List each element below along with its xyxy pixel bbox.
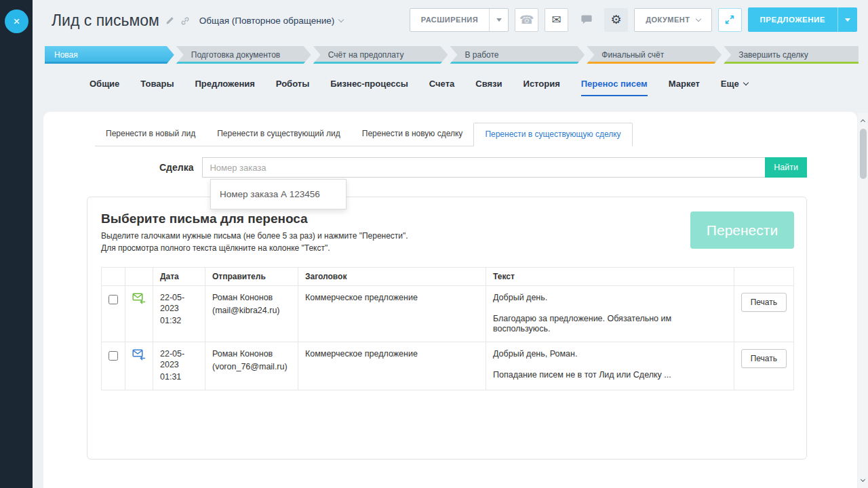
chevron-down-icon bbox=[861, 476, 865, 481]
offer-dropdown-button[interactable] bbox=[838, 7, 857, 32]
tab-more[interactable]: Еще bbox=[721, 79, 748, 96]
header-sender: Отправитель bbox=[205, 268, 298, 286]
subtab-new-lead[interactable]: Перенести в новый лид bbox=[95, 123, 206, 146]
mail-text-line2: Благодарю за предложение. Обязательно им… bbox=[493, 314, 727, 335]
header-direction-column bbox=[125, 268, 153, 286]
stage-label: Завершить сделку bbox=[738, 50, 808, 60]
mail-date: 22-05-2023 bbox=[160, 293, 198, 314]
expand-slider-button[interactable] bbox=[718, 8, 742, 32]
stage-final-invoice[interactable]: Финальный счёт bbox=[587, 46, 722, 64]
mail-table: Дата Отправитель Заголовок Текст bbox=[101, 267, 794, 390]
mail-time: 01:31 bbox=[160, 372, 198, 383]
caret-down-icon bbox=[496, 18, 502, 22]
extensions-dropdown-button[interactable] bbox=[490, 9, 508, 31]
offer-button[interactable]: ПРЕДЛОЖЕНИЕ bbox=[748, 7, 837, 32]
mail-transfer-card: Выберите письма для переноса Выделите га… bbox=[87, 197, 807, 460]
stage-accent bbox=[450, 62, 585, 64]
settings-button[interactable]: ⚙ bbox=[604, 8, 628, 32]
mail-row-direction-cell bbox=[125, 286, 153, 342]
scroll-down-button[interactable] bbox=[858, 475, 868, 485]
chevron-down-icon bbox=[743, 80, 748, 85]
send-email-button[interactable]: ✉ bbox=[545, 8, 568, 32]
gear-icon: ⚙ bbox=[611, 14, 622, 26]
stage-new[interactable]: Новая bbox=[45, 46, 174, 64]
sender-name: Роман Кононов bbox=[212, 349, 291, 360]
deal-suggest-item[interactable]: Номер заказа А 123456 bbox=[211, 180, 346, 209]
tab-common[interactable]: Общие bbox=[90, 79, 119, 96]
header-text: Текст bbox=[486, 268, 734, 286]
extensions-button[interactable]: РАСШИРЕНИЯ bbox=[410, 9, 489, 31]
mail-row-checkbox[interactable] bbox=[108, 351, 118, 361]
tab-offers[interactable]: Предложения bbox=[195, 79, 255, 96]
chevron-down-icon bbox=[695, 16, 701, 21]
sender-email: (mail@kibra24.ru) bbox=[212, 306, 291, 317]
deal-search-input[interactable] bbox=[202, 157, 765, 178]
scrollbar-thumb[interactable] bbox=[860, 129, 867, 179]
tab-mail-transfer[interactable]: Перенос писем bbox=[581, 79, 648, 96]
document-button-label: ДОКУМЕНТ bbox=[646, 16, 690, 24]
mail-row-print-cell: Печать bbox=[734, 286, 793, 342]
mail-row-subject-cell: Коммерческое предложение bbox=[298, 286, 486, 342]
vertical-scrollbar bbox=[858, 113, 868, 488]
tab-products[interactable]: Товары bbox=[140, 79, 174, 96]
crm-lead-page: × Лид с письмом Общая (Повторное обращен… bbox=[0, 0, 868, 488]
tab-robots[interactable]: Роботы bbox=[276, 79, 309, 96]
link-icon[interactable] bbox=[180, 16, 190, 26]
mail-time: 01:32 bbox=[160, 316, 198, 327]
outgoing-mail-icon bbox=[132, 293, 146, 304]
mail-row: 22-05-2023 01:31 Роман Кононов (voron_76… bbox=[102, 342, 794, 390]
pipeline-category-dropdown[interactable]: Общая (Повторное обращение) bbox=[199, 16, 343, 26]
scroll-up-button[interactable] bbox=[858, 115, 868, 125]
tab-market[interactable]: Маркет bbox=[669, 79, 700, 96]
mail-row-text-cell[interactable]: Добрый день. Благодарю за предложение. О… bbox=[486, 286, 734, 342]
tab-more-label: Еще bbox=[721, 79, 739, 89]
subtab-existing-deal[interactable]: Перенести в существующую сделку bbox=[473, 123, 632, 146]
envelope-icon: ✉ bbox=[552, 14, 561, 26]
header-date: Дата bbox=[153, 268, 205, 286]
mail-row: 22-05-2023 01:32 Роман Кононов (mail@kib… bbox=[102, 286, 794, 342]
expand-icon bbox=[724, 14, 735, 25]
stage-prepayment-invoice[interactable]: Счёт на предоплату bbox=[313, 46, 448, 64]
mail-row-print-cell: Печать bbox=[734, 342, 793, 390]
deal-search-row: Сделка Найти bbox=[159, 157, 807, 178]
find-button[interactable]: Найти bbox=[765, 157, 807, 178]
sidebar-close-button[interactable]: × bbox=[5, 9, 28, 33]
incoming-mail-icon bbox=[132, 349, 146, 361]
caret-down-icon bbox=[845, 18, 850, 22]
call-button[interactable]: ☎ bbox=[515, 8, 538, 32]
mail-row-checkbox-cell bbox=[102, 286, 125, 342]
stage-close-deal[interactable]: Завершить сделку bbox=[724, 46, 859, 64]
offer-split-button: ПРЕДЛОЖЕНИЕ bbox=[748, 7, 857, 32]
chat-button[interactable] bbox=[574, 8, 598, 32]
mail-row-checkbox[interactable] bbox=[108, 295, 118, 304]
stage-documents[interactable]: Подготовка документов bbox=[176, 46, 311, 64]
mail-row-sender-cell: Роман Кононов (mail@kibra24.ru) bbox=[205, 286, 298, 342]
mail-row-text-cell[interactable]: Добрый день, Роман. Попадание писем не в… bbox=[486, 342, 734, 390]
extensions-split-button: РАСШИРЕНИЯ bbox=[410, 8, 509, 32]
mail-table-header-row: Дата Отправитель Заголовок Текст bbox=[102, 268, 794, 286]
tab-business-processes[interactable]: Бизнес-процессы bbox=[330, 79, 408, 96]
tab-invoices[interactable]: Счета bbox=[429, 79, 454, 96]
tab-links[interactable]: Связи bbox=[475, 79, 502, 96]
mail-text-line1: Добрый день. bbox=[493, 293, 727, 304]
pipeline-category-label: Общая (Повторное обращение) bbox=[199, 16, 334, 26]
stage-in-progress[interactable]: В работе bbox=[450, 46, 585, 64]
edit-pencil-icon[interactable] bbox=[165, 16, 174, 25]
header: Лид с письмом Общая (Повторное обращение… bbox=[52, 12, 343, 30]
stage-accent bbox=[313, 62, 448, 64]
mail-row-sender-cell: Роман Кононов (voron_76@mail.ru) bbox=[205, 342, 298, 390]
document-button[interactable]: ДОКУМЕНТ bbox=[634, 8, 711, 32]
tab-history[interactable]: История bbox=[524, 79, 560, 96]
print-button[interactable]: Печать bbox=[741, 349, 787, 368]
transfer-button[interactable]: Перенести bbox=[690, 211, 794, 249]
mail-text-line2: Попадание писем не в тот Лид или Сделку … bbox=[493, 370, 727, 381]
subtab-existing-lead[interactable]: Перенести в существующий лид bbox=[206, 123, 351, 146]
close-icon: × bbox=[14, 15, 20, 28]
phone-icon: ☎ bbox=[519, 14, 534, 26]
stage-label: В работе bbox=[465, 50, 498, 60]
stage-accent bbox=[724, 62, 859, 64]
subtab-new-deal[interactable]: Перенести в новую сделку bbox=[351, 123, 474, 146]
print-button[interactable]: Печать bbox=[741, 293, 787, 312]
mail-row-direction-cell bbox=[125, 342, 153, 390]
stage-label: Счёт на предоплату bbox=[328, 50, 404, 60]
